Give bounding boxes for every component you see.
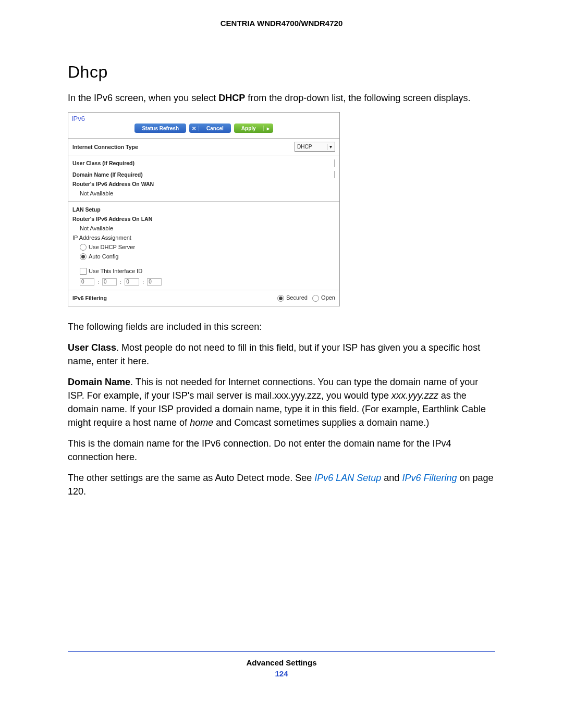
conn-type-label: Internet Connection Type (72, 144, 295, 150)
ipv6-lan-setup-link[interactable]: IPv6 LAN Setup (314, 473, 381, 483)
follow-line: The following fields are included in thi… (68, 320, 495, 334)
domain-text3: and Comcast sometimes supplies a domain … (213, 417, 429, 428)
page-footer: Advanced Settings 124 (68, 651, 495, 678)
wan-addr-value: Not Available (80, 190, 113, 196)
status-refresh-button[interactable]: Status Refresh (134, 124, 186, 133)
open-label: Open (321, 294, 335, 301)
domain-name-paragraph: Domain Name. This is not needed for Inte… (68, 375, 495, 429)
see-also-paragraph: The other settings are the same as Auto … (68, 471, 495, 498)
open-radio[interactable] (312, 295, 319, 302)
footer-section-label: Advanced Settings (68, 658, 495, 667)
apply-button[interactable]: Apply ▸ (234, 124, 273, 133)
ipv6-filtering-link[interactable]: IPv6 Filtering (402, 473, 457, 483)
secured-radio[interactable] (277, 295, 284, 302)
auto-config-radio[interactable] (80, 253, 87, 260)
intro-post: from the drop-down list, the following s… (245, 93, 470, 103)
intro-paragraph: In the IPv6 screen, when you select DHCP… (68, 91, 495, 105)
ipv6-screenshot: IPv6 Status Refresh ✕ Cancel Apply ▸ Int… (68, 112, 340, 306)
ipv6-domain-note: This is the domain name for the IPv6 con… (68, 437, 495, 464)
cancel-button[interactable]: ✕ Cancel (189, 124, 231, 133)
page-number: 124 (68, 669, 495, 678)
dhcp-server-radio[interactable] (80, 244, 87, 251)
chevron-right-icon: ▸ (263, 126, 273, 131)
interface-id-4[interactable]: 0 (147, 278, 162, 286)
secured-label: Secured (286, 294, 308, 301)
product-header: CENTRIA WNDR4700/WNDR4720 (0, 19, 563, 28)
close-icon: ✕ (189, 126, 199, 131)
wan-addr-label: Router's IPv6 Address On WAN (72, 181, 154, 187)
interface-id-2[interactable]: 0 (102, 278, 117, 286)
see-also-pre: The other settings are the same as Auto … (68, 473, 314, 483)
domain-ital2: home (190, 417, 213, 428)
see-also-mid: and (381, 473, 402, 483)
status-refresh-label: Status Refresh (134, 126, 186, 131)
user-class-label: User Class (if Required) (72, 160, 334, 166)
user-class-paragraph: User Class. Most people do not need to f… (68, 341, 495, 368)
interface-id-1[interactable]: 0 (80, 278, 94, 286)
domain-name-label: Domain Name (If Required) (72, 171, 334, 178)
dhcp-server-label: Use DHCP Server (89, 244, 135, 250)
cancel-label: Cancel (199, 126, 231, 131)
lan-setup-label: LAN Setup (72, 206, 101, 213)
intro-pre: In the IPv6 screen, when you select (68, 93, 218, 103)
screenshot-title: IPv6 (71, 115, 85, 122)
intro-bold: DHCP (218, 93, 245, 103)
user-class-desc: . Most people do not need to fill in thi… (68, 342, 480, 366)
interface-id-3[interactable]: 0 (125, 278, 139, 286)
domain-name-term: Domain Name (68, 377, 130, 387)
lan-addr-label: Router's IPv6 Address On LAN (72, 216, 152, 222)
user-class-input[interactable] (334, 159, 335, 167)
ip-assign-label: IP Address Assignment (72, 235, 131, 241)
lan-addr-value: Not Available (80, 225, 113, 231)
chevron-down-icon: ▾ (327, 144, 334, 150)
domain-ital1: xxx.yyy.zzz (391, 390, 438, 401)
use-interface-label: Use This Interface ID (89, 268, 142, 274)
use-interface-checkbox[interactable] (80, 268, 87, 275)
conn-type-dropdown[interactable]: DHCP ▾ (295, 142, 335, 152)
section-heading: Dhcp (68, 63, 495, 82)
auto-config-label: Auto Config (89, 253, 118, 260)
apply-label: Apply (234, 126, 263, 131)
conn-type-value: DHCP (297, 144, 312, 150)
user-class-term: User Class (68, 342, 116, 353)
domain-name-input[interactable] (334, 171, 335, 178)
ipv6-filtering-label: IPv6 Filtering (72, 295, 277, 301)
